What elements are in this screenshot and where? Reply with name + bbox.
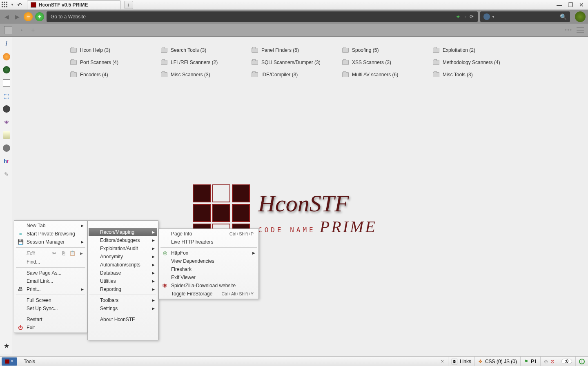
- status-block-icon[interactable]: ⊘: [544, 359, 548, 364]
- status-p1[interactable]: P1: [531, 359, 537, 364]
- reload-icon[interactable]: ⟳: [470, 14, 474, 20]
- menu-fullscreen[interactable]: Full Screen: [15, 296, 86, 304]
- status-block-icon[interactable]: ⊘: [550, 359, 555, 364]
- status-links[interactable]: Links: [460, 359, 471, 364]
- menu-toggle-firestorage[interactable]: Toggle FireStorageCtrl+Alt+Shift+Y: [160, 290, 258, 298]
- menu-anonymity[interactable]: Anonymity▶: [89, 253, 157, 261]
- minimize-icon[interactable]: —: [557, 2, 562, 8]
- bookmark-folder[interactable]: IDE/Compiler (3): [252, 72, 341, 78]
- menu-icon[interactable]: [577, 27, 584, 33]
- bookmark-folder[interactable]: Methodology Scanners (4): [433, 60, 523, 65]
- sidebar-icon[interactable]: [3, 53, 10, 60]
- sidebar-tool-icon[interactable]: ✎: [3, 171, 10, 178]
- sidebar-icon[interactable]: [3, 66, 10, 73]
- menu-restart[interactable]: Restart: [15, 315, 86, 324]
- status-script-icon[interactable]: ❖: [478, 359, 483, 364]
- add-bookmark-icon[interactable]: +: [31, 27, 35, 34]
- search-bar[interactable]: ▼ 🔍: [480, 11, 570, 22]
- search-icon[interactable]: 🔍: [560, 13, 567, 20]
- menu-exif-viewer[interactable]: Exif Viewer: [160, 273, 258, 282]
- menu-find[interactable]: Find...: [15, 258, 86, 266]
- menu-live-http-headers[interactable]: Live HTTP headers: [160, 238, 258, 246]
- sidebar-icon[interactable]: [3, 79, 10, 87]
- menu-toolbars[interactable]: Toolbars▶: [89, 296, 157, 304]
- menu-automation-scripts[interactable]: Automation/scripts▶: [89, 261, 157, 269]
- apps-grid-button[interactable]: [2, 2, 9, 8]
- folder-icon: [70, 60, 77, 65]
- menu-utilities[interactable]: Utilities▶: [89, 277, 157, 285]
- menu-private-browsing[interactable]: ∞Start Private Browsing: [15, 230, 86, 238]
- dropdown-icon[interactable]: ▼: [464, 15, 467, 19]
- copy-icon[interactable]: ⎘: [60, 250, 67, 257]
- back-button[interactable]: ◀: [2, 13, 11, 21]
- menu-exit[interactable]: ⏻Exit: [15, 324, 86, 332]
- overflow-icon[interactable]: •••: [565, 27, 572, 33]
- status-css-js[interactable]: CSS (0) JS (0): [485, 359, 517, 364]
- bookmark-folder[interactable]: Panel Finders (6): [252, 47, 341, 53]
- menu-session-manager[interactable]: 💾Session Manager▶: [15, 238, 86, 246]
- bookmark-folder[interactable]: Misc Scanners (3): [161, 72, 251, 78]
- menu-view-dependencies[interactable]: View Dependencies: [160, 257, 258, 265]
- bookmark-star-icon[interactable]: ⋆: [20, 26, 24, 34]
- menu-email-link[interactable]: Email Link...: [15, 277, 86, 285]
- menu-about[interactable]: About HconSTF: [89, 315, 157, 324]
- menu-page-info[interactable]: Page InfoCtrl+Shift+P: [160, 230, 258, 238]
- sidebar-icon[interactable]: [3, 144, 10, 152]
- bookmark-folder[interactable]: Search Tools (3): [161, 47, 251, 53]
- new-tab-button[interactable]: +: [124, 1, 133, 9]
- sidebar-star-icon[interactable]: ★: [4, 342, 9, 350]
- bookmark-folder[interactable]: LFI /RFI Scanners (2): [161, 60, 251, 65]
- sidebar-toggle-button[interactable]: [4, 26, 12, 34]
- dropdown-icon[interactable]: ▼: [492, 15, 495, 19]
- status-app-button[interactable]: ▼: [2, 357, 17, 366]
- sidebar-icon[interactable]: [3, 131, 10, 139]
- bold-icon[interactable]: B: [452, 359, 457, 364]
- bookmark-folder[interactable]: Misc Tools (3): [433, 72, 523, 78]
- zoom-in-button[interactable]: +: [35, 12, 44, 21]
- status-flag-icon[interactable]: ⚑: [524, 359, 528, 364]
- bookmark-folder[interactable]: Spoofing (5): [342, 47, 432, 53]
- cut-icon[interactable]: ✂: [51, 250, 58, 257]
- menu-recon-mapping[interactable]: Recon/Mapping▶: [89, 228, 157, 236]
- zoom-out-button[interactable]: −: [24, 12, 33, 21]
- search-engine-icon[interactable]: [483, 13, 490, 20]
- bookmark-folder[interactable]: XSS Scanners (3): [342, 60, 432, 65]
- forward-button[interactable]: ▶: [13, 13, 21, 21]
- sidebar-icon[interactable]: ⬚: [3, 92, 10, 100]
- bookmark-folder[interactable]: Port Scanners (4): [70, 60, 160, 65]
- menu-httpfox[interactable]: ◎HttpFox▶: [160, 249, 258, 257]
- browser-tab[interactable]: HconSTF v0.5 PRIME: [27, 0, 121, 9]
- menu-sync[interactable]: Set Up Sync...: [15, 304, 86, 313]
- status-power-icon[interactable]: |: [579, 359, 585, 364]
- addon-icon[interactable]: ✦: [456, 13, 461, 20]
- menu-print[interactable]: 🖶Print...▶: [15, 285, 86, 293]
- sidebar-info-icon[interactable]: i: [3, 40, 10, 47]
- status-counter[interactable]: :0: [561, 359, 572, 364]
- menu-spiderzilla[interactable]: 🕷SpiderZilla-Download website: [160, 282, 258, 290]
- sidebar-hr-icon[interactable]: hr: [3, 157, 10, 165]
- menu-database[interactable]: Database▶: [89, 269, 157, 277]
- submenu-arrow-icon[interactable]: ▶: [78, 250, 85, 257]
- menu-new-tab[interactable]: New Tab▶: [15, 222, 86, 230]
- menu-exploitation-audit[interactable]: Exploitation/Audit▶: [89, 244, 157, 253]
- sidebar-icon[interactable]: ❀: [3, 118, 10, 126]
- menu-fireshark[interactable]: Fireshark: [160, 265, 258, 273]
- bookmark-folder[interactable]: SQLi Scanners/Dumper (3): [252, 60, 341, 65]
- bookmark-folder[interactable]: Exploitation (2): [433, 47, 523, 53]
- status-close-icon[interactable]: ×: [437, 359, 448, 364]
- menu-settings[interactable]: Settings▶: [89, 304, 157, 313]
- bookmark-folder[interactable]: Hcon Help (3): [70, 47, 160, 53]
- maximize-icon[interactable]: ❐: [568, 2, 573, 8]
- sidebar-icon[interactable]: [3, 105, 10, 113]
- dropdown-arrow-icon[interactable]: ▼: [11, 3, 14, 7]
- paste-icon[interactable]: 📋: [69, 250, 76, 257]
- bookmark-folder[interactable]: Encoders (4): [70, 72, 160, 78]
- close-icon[interactable]: ✕: [579, 2, 584, 8]
- bookmark-folder[interactable]: Multi AV scanners (6): [342, 72, 432, 78]
- menu-reporting[interactable]: Reporting▶: [89, 285, 157, 293]
- undo-icon[interactable]: ↶: [17, 2, 22, 8]
- url-bar[interactable]: Go to a Website ✦ ▼ ⟳: [47, 11, 478, 22]
- profile-icon[interactable]: [575, 11, 586, 22]
- menu-save-page-as[interactable]: Save Page As...: [15, 269, 86, 277]
- menu-editors-debuggers[interactable]: Editors/debuggers▶: [89, 236, 157, 244]
